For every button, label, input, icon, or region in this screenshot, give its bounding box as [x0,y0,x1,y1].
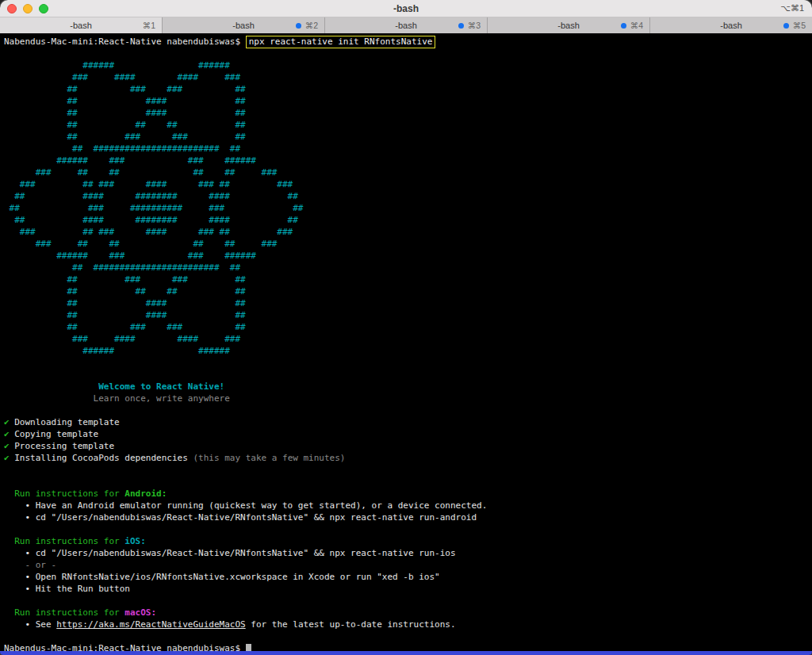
check-icon: ✔ [4,429,10,439]
android-heading: Run instructions for Android: [4,488,812,500]
blank-line [4,476,812,488]
macos-bullet: • See https://aka.ms/ReactNativeGuideMac… [4,619,812,630]
shell-prompt: Nabendus-Mac-mini:React-Native nabendubi… [4,36,240,47]
ios-or-separator: - or - [4,559,812,571]
ios-bullet: • cd "/Users/nabendubiswas/React-Native/… [4,547,812,559]
step-text: Downloading template [14,417,119,427]
minimize-button[interactable] [23,4,33,13]
tab-label: -bash [720,21,742,30]
command-line: Nabendus-Mac-mini:React-Native nabendubi… [4,36,812,48]
title-bar: -bash ⌥⌘1 [0,0,812,17]
step-line: ✔ Downloading template [4,416,812,428]
step-line: ✔ Copying template [4,428,812,440]
react-native-ascii-logo: ###### ###### ### #### #### ### ## ### #… [4,59,812,357]
tab-shortcut: ⌘4 [630,21,643,30]
blank-line [4,357,812,369]
macos-heading: Run instructions for macOS: [4,607,812,619]
run-instructions-label: Run instructions for [4,607,124,618]
tab-shortcut: ⌘1 [143,21,155,30]
close-button[interactable] [7,4,17,13]
tab-label: -bash [232,21,255,30]
activity-dot-icon [621,23,626,29]
step-text: Installing CocoaPods dependencies [14,453,188,463]
step-line: ✔ Processing template [4,440,812,452]
macos-guide-link[interactable]: https://aka.ms/ReactNativeGuideMacOS [56,619,245,630]
activity-dot-icon [458,23,464,29]
welcome-message: Welcome to React Native! [4,381,224,392]
final-prompt-line: Nabendus-Mac-mini:React-Native nabendubi… [4,642,812,651]
tab-1[interactable]: -bash⌘1 [0,17,163,33]
tab-5[interactable]: -bash⌘5 [650,17,812,33]
tab-label: -bash [557,21,580,30]
step-text: Copying template [14,429,98,439]
window-title-shortcut: ⌥⌘1 [780,3,804,13]
ios-bullet: • Open RNfontsNative/ios/RNfontsNative.x… [4,571,812,583]
terminal-cursor [246,644,251,652]
activity-dot-icon [296,23,301,29]
android-bullet: • cd "/Users/nabendubiswas/React-Native/… [4,511,812,523]
tab-label: -bash [395,21,417,30]
platform-android-label: Android: [124,488,167,499]
tab-shortcut: ⌘5 [793,21,806,30]
check-icon: ✔ [4,417,10,427]
android-bullet: • Have an Android emulator running (quic… [4,500,812,511]
bottom-highlight-bar [0,651,812,655]
zoom-button[interactable] [39,4,48,13]
tab-bar: -bash⌘1 -bash⌘2 -bash⌘3 -bash⌘4 -bash⌘5 [0,17,812,33]
traffic-lights [7,4,48,13]
tagline-line: Learn once, write anywhere [4,393,812,404]
tab-shortcut: ⌘3 [468,21,481,30]
tab-2[interactable]: -bash⌘2 [163,17,325,33]
tab-label: -bash [70,21,92,30]
step-note: (this may take a few minutes) [188,453,346,463]
check-icon: ✔ [4,453,10,463]
run-instructions-label: Run instructions for [4,488,124,499]
window-title: -bash [393,3,419,14]
blank-line [4,404,812,416]
blank-line [4,523,812,535]
blank-line [4,369,812,381]
tab-3[interactable]: -bash⌘3 [325,17,488,33]
blank-line [4,595,812,607]
ios-heading: Run instructions for iOS: [4,535,812,547]
ios-bullet: • Hit the Run button [4,583,812,595]
blank-line [4,464,812,476]
terminal-content[interactable]: Nabendus-Mac-mini:React-Native nabendubi… [0,33,812,651]
activity-dot-icon [783,23,789,29]
tab-shortcut: ⌘2 [305,21,318,30]
welcome-line: Welcome to React Native! [4,381,812,393]
command-highlight: npx react-native init RNfontsNative [246,36,436,48]
blank-line [4,630,812,642]
blank-line [4,48,812,59]
terminal-window: -bash ⌥⌘1 -bash⌘1 -bash⌘2 -bash⌘3 -bash⌘… [0,0,812,655]
platform-ios-label: iOS: [124,536,146,546]
step-line: ✔ Installing CocoaPods dependencies (thi… [4,452,812,464]
shell-prompt: Nabendus-Mac-mini:React-Native nabendubi… [4,643,240,651]
step-text: Processing template [14,441,114,451]
check-icon: ✔ [4,441,10,451]
platform-macos-label: macOS: [124,607,156,618]
tab-4[interactable]: -bash⌘4 [488,17,650,33]
tagline-message: Learn once, write anywhere [4,393,230,404]
run-instructions-label: Run instructions for [4,536,124,546]
